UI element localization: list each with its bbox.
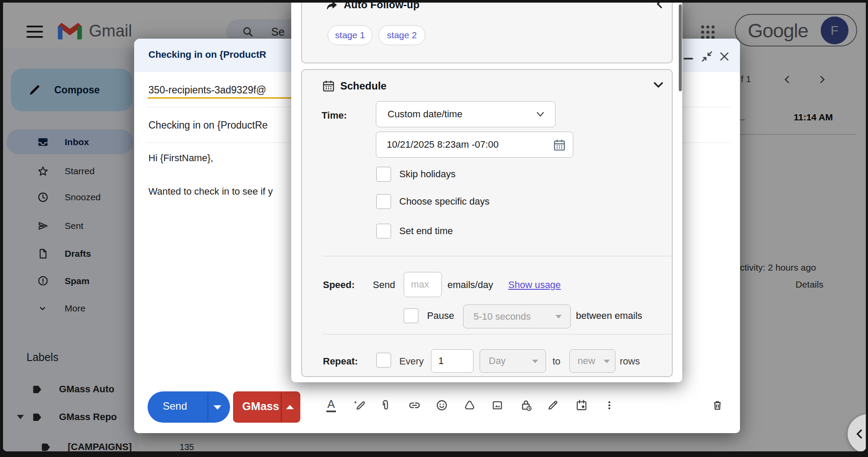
repeat-every-word: Every	[399, 354, 424, 369]
formatting-options-icon[interactable]: A	[322, 393, 341, 417]
repeat-target-select[interactable]: new	[569, 349, 615, 373]
chip-label: stage 1	[335, 30, 365, 40]
choose-specific-days-label: Choose specific days	[399, 194, 490, 209]
time-select-value: Custom date/time	[388, 109, 462, 120]
auto-followup-title: Auto Follow-up	[344, 3, 420, 11]
select-chevron-icon	[535, 110, 546, 119]
followup-stage-1-chip[interactable]: stage 1	[328, 25, 372, 45]
repeat-rows-word: rows	[620, 354, 640, 369]
insert-photo-icon[interactable]	[488, 393, 507, 417]
pause-interval-value: 5-10 seconds	[473, 311, 531, 322]
repeat-unit-select[interactable]: Day	[480, 349, 546, 373]
send-options-caret-icon[interactable]	[214, 405, 221, 410]
repeat-to-word: to	[552, 354, 560, 369]
select-chevron-icon	[604, 360, 610, 363]
close-icon[interactable]	[718, 50, 730, 63]
section-divider	[322, 334, 673, 334]
body-line-1[interactable]: Hi {FirstName},	[148, 152, 213, 164]
repeat-checkbox[interactable]	[376, 353, 391, 368]
compose-title: Checking in on {ProductR	[148, 49, 290, 60]
schedule-card: Schedule Time: Custom date/time Skip hol…	[301, 69, 673, 377]
gmass-button[interactable]: GMass	[233, 391, 300, 423]
gmass-split-divider	[281, 393, 282, 421]
repeat-target-value: new	[578, 355, 595, 367]
forward-arrow-icon	[325, 3, 339, 13]
repeat-count-input[interactable]	[431, 350, 473, 372]
confidential-mode-icon[interactable]	[516, 393, 536, 417]
date-picker-icon[interactable]	[552, 138, 566, 152]
set-end-time-label: Set end time	[399, 224, 453, 238]
collapse-chevron-left-icon[interactable]	[654, 3, 666, 10]
insert-emoji-icon[interactable]	[432, 393, 451, 417]
send-label: Send	[163, 400, 187, 412]
repeat-unit-value: Day	[489, 355, 506, 367]
send-button[interactable]: Send	[148, 391, 230, 423]
recipient-underline	[148, 97, 292, 99]
exit-fullscreen-icon[interactable]	[700, 50, 713, 63]
repeat-label: Repeat:	[323, 354, 358, 369]
repeat-count-input-wrap[interactable]	[431, 349, 473, 373]
insert-link-icon[interactable]	[405, 393, 424, 417]
select-chevron-icon	[556, 315, 562, 318]
panel-scrollbar-thumb[interactable]	[679, 4, 682, 91]
skip-holidays-checkbox[interactable]	[376, 167, 391, 182]
calendar-icon	[322, 79, 335, 93]
select-chevron-icon	[532, 360, 538, 363]
subject-field[interactable]: Checking in on {ProductRe	[148, 119, 291, 131]
chevron-left-icon	[853, 427, 866, 441]
time-label: Time:	[322, 108, 347, 123]
collapse-chevron-down-icon[interactable]	[652, 79, 665, 91]
auto-followup-card: Auto Follow-up stage 1 stage 2	[301, 3, 673, 63]
datetime-input[interactable]	[376, 132, 573, 157]
browser-window: Gmail Se Google F	[3, 3, 866, 451]
emails-per-day-label: emails/day	[447, 278, 493, 292]
insert-signature-icon[interactable]	[543, 393, 562, 417]
more-options-icon[interactable]	[600, 393, 619, 417]
pause-checkbox[interactable]	[404, 308, 418, 323]
attach-file-icon[interactable]	[376, 393, 395, 417]
section-divider	[322, 256, 673, 256]
gmass-label: GMass	[242, 400, 279, 413]
minimize-icon[interactable]	[684, 58, 693, 60]
set-up-time-to-meet-icon[interactable]	[572, 393, 591, 417]
gmass-options-caret-icon[interactable]	[286, 405, 294, 409]
chip-label: stage 2	[387, 30, 417, 40]
choose-specific-days-checkbox[interactable]	[376, 194, 391, 209]
pause-interval-select[interactable]: 5-10 seconds	[463, 305, 571, 328]
schedule-title: Schedule	[340, 80, 387, 92]
pause-label: Pause	[427, 308, 454, 323]
speed-send-word: Send	[373, 278, 395, 292]
followup-stage-2-chip[interactable]: stage 2	[378, 25, 425, 45]
recipients-field[interactable]: 350-recipients-3ad9329f@	[148, 84, 291, 96]
send-split-divider	[207, 393, 208, 421]
show-usage-link[interactable]: Show usage	[508, 278, 561, 292]
gmass-settings-panel: Auto Follow-up stage 1 stage 2 Schedule …	[291, 3, 682, 382]
set-end-time-checkbox[interactable]	[376, 224, 391, 238]
between-emails-label: between emails	[576, 308, 642, 323]
skip-holidays-label: Skip holidays	[399, 167, 456, 182]
datetime-input-wrap[interactable]	[376, 132, 573, 158]
help-me-write-icon[interactable]	[349, 393, 368, 417]
screenshot-frame: Gmail Se Google F	[0, 0, 868, 457]
max-emails-input-wrap[interactable]	[404, 272, 442, 297]
body-line-2[interactable]: Wanted to check in to see if y	[148, 186, 292, 197]
speed-label: Speed:	[323, 278, 355, 292]
max-emails-input[interactable]	[404, 272, 441, 297]
time-select[interactable]: Custom date/time	[376, 101, 556, 127]
insert-from-drive-icon[interactable]	[460, 393, 479, 417]
discard-draft-icon[interactable]	[708, 393, 727, 417]
